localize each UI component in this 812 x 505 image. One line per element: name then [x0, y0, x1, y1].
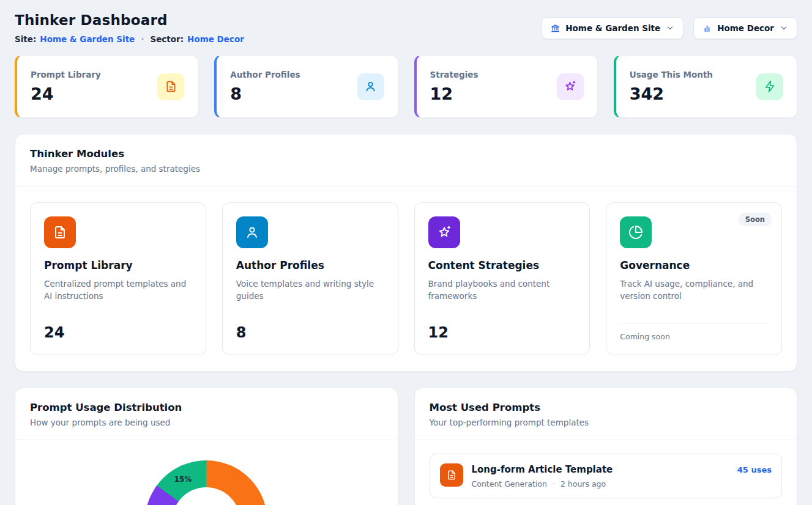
prompt-item-title: Long-form Article Template: [472, 464, 613, 475]
soon-badge: Soon: [739, 213, 772, 226]
modules-panel-header: Thinker Modules Manage prompts, profiles…: [15, 135, 797, 186]
prompt-item-text: Long-form Article Template Content Gener…: [472, 463, 613, 488]
stat-card-usage: Usage This Month 342: [614, 55, 797, 118]
prompts-panel-title: Most Used Prompts: [430, 402, 783, 413]
stat-card-author-profiles: Author Profiles 8: [214, 55, 398, 118]
usage-panel-header: Prompt Usage Distribution How your promp…: [15, 388, 398, 440]
lightning-icon: [756, 73, 783, 100]
document-icon: [440, 463, 463, 487]
module-description: Brand playbooks and content frameworks: [428, 278, 576, 303]
stat-value: 8: [230, 84, 300, 103]
module-card-author-profiles[interactable]: Author Profiles Voice templates and writ…: [222, 202, 398, 355]
sector-link[interactable]: Home Decor: [187, 34, 244, 44]
module-title: Prompt Library: [44, 259, 192, 271]
star-sparkle-icon: [557, 73, 584, 100]
coming-soon-label: Coming soon: [620, 323, 768, 341]
module-description: Voice templates and writing style guides: [236, 278, 384, 303]
stat-info: Author Profiles 8: [230, 70, 300, 103]
building-icon: [551, 24, 560, 33]
module-title: Content Strategies: [428, 259, 576, 271]
prompts-panel-header: Most Used Prompts Your top-performing pr…: [415, 388, 797, 440]
module-title: Author Profiles: [236, 259, 384, 271]
prompt-list-item[interactable]: Long-form Article Template Content Gener…: [430, 454, 783, 498]
site-selector-dropdown[interactable]: Home & Garden Site: [542, 17, 683, 39]
document-icon: [157, 73, 184, 100]
user-icon: [236, 216, 268, 248]
breadcrumb: Site: Home & Garden Site · Sector: Home …: [15, 34, 244, 44]
stat-value: 342: [630, 84, 713, 103]
page-title: Thinker Dashboard: [15, 12, 244, 28]
stat-card-prompt-library: Prompt Library 24: [15, 55, 198, 118]
module-count: 12: [428, 324, 576, 341]
usage-panel-subtitle: How your prompts are being used: [30, 418, 383, 427]
prompt-item-category: Content Generation: [472, 479, 547, 488]
header-selectors: Home & Garden Site Home Decor: [542, 17, 797, 39]
site-label: Site:: [15, 34, 36, 44]
module-card-prompt-library[interactable]: Prompt Library Centralized prompt templa…: [30, 202, 206, 355]
chevron-down-icon: [666, 24, 674, 32]
usage-donut-chart: 15%: [145, 460, 267, 505]
usage-distribution-panel: Prompt Usage Distribution How your promp…: [15, 388, 398, 505]
prompt-list: Long-form Article Template Content Gener…: [415, 440, 797, 505]
module-description: Centralized prompt templates and AI inst…: [44, 278, 192, 303]
star-sparkle-icon: [428, 216, 460, 248]
stat-label: Prompt Library: [31, 70, 101, 79]
stat-value: 24: [31, 84, 101, 103]
donut-segment-label: 15%: [174, 475, 192, 484]
stat-label: Strategies: [430, 70, 479, 79]
prompt-item-uses: 45 uses: [737, 465, 772, 474]
donut-hole: [172, 487, 240, 505]
stat-info: Usage This Month 342: [630, 70, 713, 103]
module-count: 8: [236, 324, 384, 341]
breadcrumb-separator: ·: [141, 34, 144, 44]
meta-separator: ·: [553, 479, 555, 488]
stat-label: Usage This Month: [630, 70, 713, 79]
module-card-governance[interactable]: Soon Governance Track AI usage, complian…: [606, 202, 782, 355]
bottom-row: Prompt Usage Distribution How your promp…: [15, 388, 797, 505]
dashboard-page: Thinker Dashboard Site: Home & Garden Si…: [0, 0, 812, 505]
user-icon: [357, 73, 384, 100]
stat-info: Prompt Library 24: [31, 70, 101, 103]
thinker-modules-panel: Thinker Modules Manage prompts, profiles…: [15, 134, 797, 372]
stats-row: Prompt Library 24 Author Profiles 8 Stra…: [15, 55, 797, 118]
modules-panel-subtitle: Manage prompts, profiles, and strategies: [30, 164, 782, 174]
modules-grid: Prompt Library Centralized prompt templa…: [15, 186, 797, 371]
sector-selector-dropdown[interactable]: Home Decor: [693, 17, 797, 39]
modules-panel-title: Thinker Modules: [30, 148, 782, 160]
document-icon: [44, 216, 76, 248]
stat-label: Author Profiles: [230, 70, 300, 79]
site-selector-label: Home & Garden Site: [565, 23, 660, 33]
header-left: Thinker Dashboard Site: Home & Garden Si…: [15, 12, 244, 44]
module-description: Track AI usage, compliance, and version …: [620, 278, 768, 303]
stat-info: Strategies 12: [430, 70, 479, 103]
site-link[interactable]: Home & Garden Site: [40, 34, 135, 44]
pie-chart-icon: [620, 216, 652, 248]
prompt-item-meta: Content Generation · 2 hours ago: [472, 479, 613, 488]
usage-chart-area: 15%: [15, 440, 398, 505]
module-title: Governance: [620, 259, 768, 271]
stat-value: 12: [430, 84, 479, 103]
usage-panel-title: Prompt Usage Distribution: [30, 402, 383, 413]
page-header: Thinker Dashboard Site: Home & Garden Si…: [15, 12, 797, 44]
prompts-panel-subtitle: Your top-performing prompt templates: [430, 418, 783, 427]
sector-selector-label: Home Decor: [717, 23, 774, 33]
bar-chart-icon: [702, 24, 712, 33]
most-used-prompts-panel: Most Used Prompts Your top-performing pr…: [414, 388, 798, 505]
chevron-down-icon: [780, 24, 788, 32]
module-count: 24: [44, 324, 192, 341]
module-card-content-strategies[interactable]: Content Strategies Brand playbooks and c…: [414, 202, 590, 355]
sector-label: Sector:: [150, 34, 184, 44]
stat-card-strategies: Strategies 12: [414, 55, 598, 118]
prompt-item-time: 2 hours ago: [561, 479, 606, 488]
